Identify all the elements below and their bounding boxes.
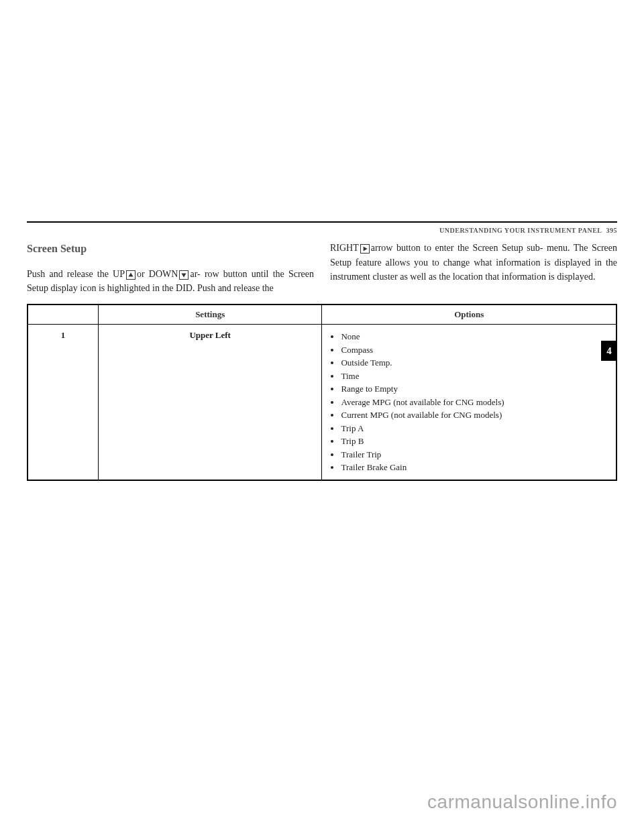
manual-page: UNDERSTANDING YOUR INSTRUMENT PANEL 395 …	[27, 221, 617, 612]
text-fragment: Push and release the UP	[27, 269, 125, 279]
table-header-row: Settings Options	[28, 304, 616, 325]
list-item: Compass	[341, 343, 609, 357]
list-item: None	[341, 330, 609, 343]
header-rule	[27, 221, 617, 223]
settings-table: Settings Options 1 Upper Left NoneCompas…	[27, 304, 617, 481]
right-arrow-icon	[360, 244, 370, 254]
table-row: 1 Upper Left NoneCompassOutside Temp.Tim…	[28, 325, 616, 480]
text-fragment: as well as the location that information…	[400, 272, 595, 282]
list-item: Current MPG (not available for CNG model…	[341, 408, 609, 422]
text-fragment: or DOWN	[137, 269, 178, 279]
th-settings: Settings	[98, 304, 322, 325]
th-blank	[28, 304, 98, 325]
chapter-tab: 4	[601, 341, 617, 361]
list-item: Outside Temp.	[341, 356, 609, 370]
list-item: Average MPG (not available for CNG model…	[341, 396, 609, 409]
left-paragraph: Push and release the UPor DOWNar- row bu…	[27, 267, 314, 296]
right-paragraph: RIGHTarrow button to enter the Screen Se…	[330, 241, 617, 284]
text-fragment: RIGHT	[330, 243, 359, 253]
list-item: Trailer Brake Gain	[341, 461, 609, 474]
list-item: Trip A	[341, 422, 609, 435]
row-setting: Upper Left	[98, 325, 322, 480]
text-fragment: ar-	[190, 269, 200, 279]
page-number: 395	[606, 227, 618, 234]
running-head-text: UNDERSTANDING YOUR INSTRUMENT PANEL	[439, 227, 602, 234]
text-fragment: arrow button to enter the Screen Setup s…	[371, 243, 543, 253]
list-item: Trailer Trip	[341, 448, 609, 461]
text-fragment: is highlighted in the DID. Push and rele…	[99, 283, 274, 293]
row-options-cell: NoneCompassOutside Temp.TimeRange to Emp…	[322, 325, 616, 480]
section-title: Screen Setup	[27, 241, 314, 258]
row-number: 1	[28, 325, 98, 480]
th-options: Options	[322, 304, 616, 325]
right-column: RIGHTarrow button to enter the Screen Se…	[330, 241, 617, 296]
list-item: Range to Empty	[341, 382, 609, 396]
left-column: Screen Setup Push and release the UPor D…	[27, 241, 314, 296]
down-arrow-icon	[179, 270, 189, 280]
chapter-tab-number: 4	[606, 345, 612, 357]
running-header: UNDERSTANDING YOUR INSTRUMENT PANEL 395	[27, 227, 617, 234]
list-item: Trip B	[341, 435, 609, 448]
up-arrow-icon	[126, 270, 136, 280]
watermark: carmanualsonline.info	[427, 791, 617, 813]
list-item: Time	[341, 370, 609, 383]
options-list: NoneCompassOutside Temp.TimeRange to Emp…	[329, 330, 609, 474]
body-columns: Screen Setup Push and release the UPor D…	[27, 241, 617, 296]
